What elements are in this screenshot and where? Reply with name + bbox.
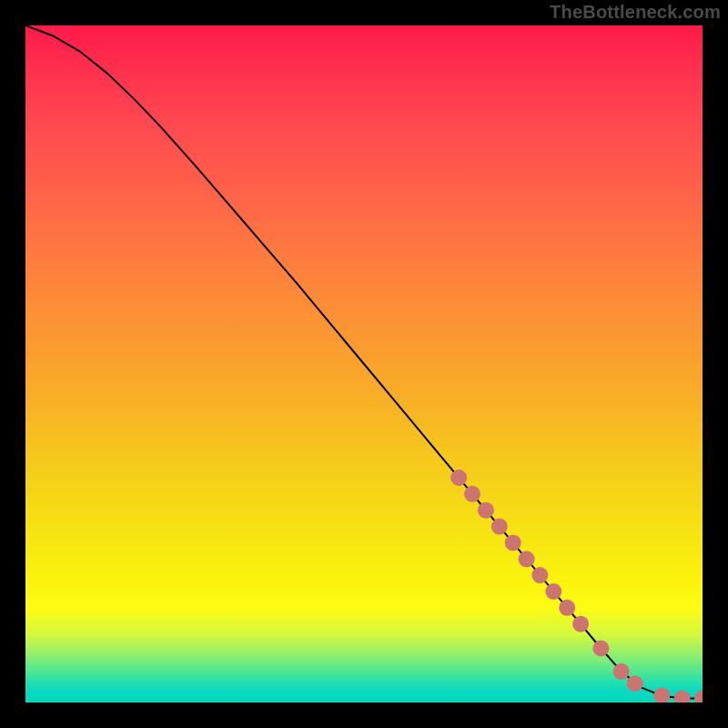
- gradient-panel: [25, 25, 703, 703]
- figure-root: TheBottleneck.com: [0, 0, 728, 728]
- plot-area: [25, 25, 703, 703]
- watermark-text: TheBottleneck.com: [550, 2, 721, 23]
